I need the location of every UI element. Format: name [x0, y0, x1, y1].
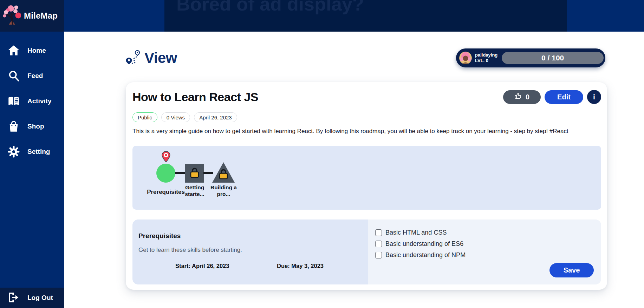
- visibility-badge-label: Public: [138, 114, 152, 120]
- sidebar-item-activity[interactable]: Activity: [0, 89, 64, 114]
- roadmap-connector: [203, 172, 213, 174]
- roadmap-card: How to Learn React JS 0 Edit: [126, 82, 607, 290]
- sidebar-item-setting[interactable]: Setting: [0, 139, 64, 164]
- save-button[interactable]: Save: [549, 263, 594, 277]
- start-date: Start: April 26, 2023: [175, 263, 229, 269]
- milestone-dates: Start: April 26, 2023 Due: May 3, 2023: [138, 263, 368, 269]
- task-row: Basic understanding of ES6: [375, 238, 601, 249]
- roadmap-title: How to Learn React JS: [132, 90, 258, 104]
- shopping-bag-icon: [8, 120, 20, 132]
- like-count: 0: [526, 93, 529, 101]
- user-level-badge[interactable]: palidaying LVL. 0 0 / 100: [456, 48, 605, 67]
- due-date: Due: May 3, 2023: [277, 263, 324, 269]
- roadmap-node-prerequisites[interactable]: [156, 164, 175, 183]
- username: palidaying: [475, 52, 497, 58]
- card-actions: 0 Edit i: [503, 90, 601, 104]
- card-header: How to Learn React JS 0 Edit: [132, 90, 601, 104]
- content-header: View palidaying LVL. 0: [125, 48, 605, 67]
- sidebar-item-label: Setting: [27, 148, 50, 156]
- brand-header[interactable]: MileMap: [0, 0, 64, 32]
- sidebar-nav: Home Feed Activity: [0, 32, 64, 164]
- logout-icon: [8, 292, 20, 304]
- sidebar-item-home[interactable]: Home: [0, 38, 64, 63]
- logout-button[interactable]: Log Out: [0, 288, 64, 308]
- xp-progress-text: 0 / 100: [541, 54, 564, 62]
- sidebar-item-shop[interactable]: Shop: [0, 114, 64, 139]
- task-checkbox[interactable]: [375, 241, 382, 247]
- home-icon: [8, 45, 20, 57]
- task-checkbox[interactable]: [375, 229, 382, 236]
- task-row: Basic HTML and CSS: [375, 227, 601, 238]
- page-title: View: [125, 49, 177, 67]
- sidebar: MileMap Home Feed: [0, 0, 64, 308]
- user-level: LVL. 0: [475, 58, 497, 64]
- top-banner: Bored of ad display?: [64, 0, 644, 32]
- ad-banner[interactable]: Bored of ad display?: [164, 0, 567, 32]
- user-meta: palidaying LVL. 0: [475, 52, 497, 64]
- app-root: MileMap Home Feed: [0, 0, 644, 308]
- views-badge: 0 Views: [161, 112, 190, 122]
- banner-left-segment: [64, 0, 164, 32]
- roadmap-node-label: Building a pro...: [209, 184, 239, 198]
- milestone-subtitle: Get to learn these skills before startin…: [138, 247, 368, 254]
- milestone-title: Prerequisites: [138, 232, 368, 240]
- roadmap-description: This is a very simple guide on how to ge…: [132, 128, 601, 135]
- info-button[interactable]: i: [587, 90, 601, 104]
- milestone-tasks-panel: Basic HTML and CSS Basic understanding o…: [368, 219, 601, 284]
- lock-icon: [218, 169, 229, 181]
- edit-label: Edit: [557, 93, 571, 101]
- edit-button[interactable]: Edit: [545, 90, 583, 104]
- save-label: Save: [564, 266, 580, 274]
- logout-label: Log Out: [27, 294, 53, 302]
- sidebar-item-label: Feed: [27, 72, 43, 80]
- lock-icon: [189, 167, 200, 180]
- info-icon: i: [593, 93, 595, 101]
- avatar: [459, 52, 472, 64]
- sidebar-item-label: Activity: [27, 97, 52, 105]
- task-label: Basic understanding of ES6: [385, 240, 463, 248]
- main-area: Bored of ad display? View: [64, 0, 644, 308]
- book-icon: [8, 95, 20, 107]
- like-button[interactable]: 0: [503, 90, 541, 104]
- sidebar-item-label: Shop: [27, 123, 44, 130]
- task-label: Basic HTML and CSS: [385, 229, 447, 236]
- xp-progress-bar: 0 / 100: [502, 52, 604, 64]
- date-badge: April 26, 2023: [194, 112, 237, 122]
- thumbs-up-icon: [514, 92, 522, 101]
- task-label: Basic understanding of NPM: [385, 251, 466, 259]
- milestone-info-panel: Prerequisites Get to learn these skills …: [132, 219, 368, 284]
- banner-right-segment: [567, 0, 644, 32]
- map-pin-icon: [161, 151, 171, 163]
- roadmap-node-building-project[interactable]: [212, 162, 235, 183]
- page-title-text: View: [144, 50, 177, 66]
- cherry-blossom-logo-icon: [3, 4, 21, 27]
- milestone-detail: Prerequisites Get to learn these skills …: [132, 219, 601, 284]
- visibility-badge: Public: [132, 112, 157, 122]
- roadmap-connector: [175, 172, 186, 174]
- views-badge-label: 0 Views: [167, 114, 185, 120]
- badge-row: Public 0 Views April 26, 2023: [132, 112, 601, 122]
- task-checkbox[interactable]: [375, 252, 382, 258]
- route-map-icon: [125, 49, 141, 67]
- gear-icon: [8, 146, 20, 158]
- sidebar-item-label: Home: [27, 47, 46, 54]
- search-icon: [8, 70, 20, 82]
- task-row: Basic understanding of NPM: [375, 249, 601, 261]
- sidebar-item-feed[interactable]: Feed: [0, 63, 64, 89]
- roadmap-node-getting-started[interactable]: [185, 164, 204, 183]
- roadmap-node-label: Getting starte...: [180, 184, 210, 198]
- ad-banner-text: Bored of ad display?: [176, 0, 364, 13]
- date-badge-label: April 26, 2023: [199, 114, 232, 120]
- brand-name: MileMap: [24, 11, 58, 21]
- roadmap-panel: Prerequisites Getting starte... Building…: [132, 146, 601, 210]
